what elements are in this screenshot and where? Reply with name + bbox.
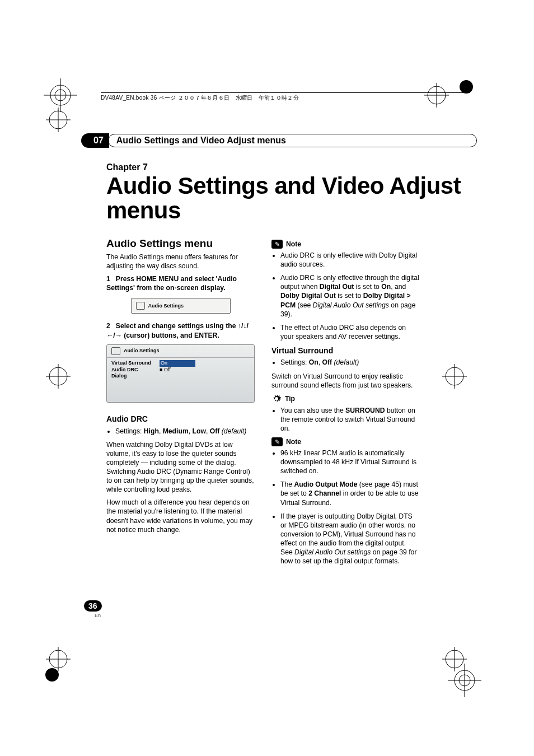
page-number: 36 [84, 600, 102, 612]
left-column: Audio Settings menu The Audio Settings m… [106, 236, 255, 570]
svg-point-23 [45, 668, 59, 682]
ui-menu-item-audio-settings: Audio Settings [131, 298, 231, 314]
section-title: Audio Settings and Video Adjust menus [108, 134, 477, 147]
note-heading: ✎ Note [271, 437, 420, 446]
chapter-label: Chapter 7 [106, 162, 534, 172]
print-mark-icon [44, 78, 77, 112]
heading-audio-settings-menu: Audio Settings menu [106, 236, 255, 250]
speaker-icon [136, 302, 145, 310]
step-1: 1Press HOME MENU and select 'Audio Setti… [106, 274, 255, 292]
step-text: Select and change settings using the ↑/↓… [106, 322, 249, 339]
intro-paragraph: The Audio Settings menu offers features … [106, 253, 255, 270]
step-number: 2 [106, 322, 110, 330]
pencil-icon: ✎ [271, 240, 283, 249]
table-row: Dialog [111, 373, 250, 380]
setting-name: Virtual Surround [111, 360, 160, 367]
list-item: The Audio Output Mode (see page 45) must… [280, 480, 420, 507]
body-paragraph: How much of a difference you hear depend… [106, 498, 255, 534]
crosshair-icon [46, 364, 71, 389]
list-item: You can also use the SURROUND button on … [280, 406, 420, 433]
note-heading: ✎ Note [271, 240, 420, 249]
list-item: If the player is outputting Dolby Digita… [280, 512, 420, 566]
heading-audio-drc: Audio DRC [106, 414, 255, 424]
ui-label: Audio Settings [148, 303, 184, 310]
tip-label: Tip [285, 394, 295, 403]
gear-icon [271, 394, 282, 404]
crosshair-icon [442, 364, 467, 389]
speaker-icon [111, 347, 120, 355]
pencil-icon: ✎ [271, 437, 283, 446]
list-item: The effect of Audio DRC also depends on … [280, 323, 420, 341]
step-text: Press HOME MENU and select 'Audio Settin… [106, 275, 237, 292]
setting-name: Audio DRC [111, 367, 160, 374]
settings-line: Settings: High, Medium, Low, Off (defaul… [115, 427, 255, 436]
page-title: Audio Settings and Video Adjust menus [106, 174, 534, 223]
settings-line: Settings: On, Off (default) [280, 358, 420, 367]
setting-name: Dialog [111, 373, 160, 380]
list-item: Audio DRC is only effective through the … [280, 273, 420, 318]
print-mark-icon [44, 666, 60, 683]
note-label: Note [286, 437, 301, 446]
tip-heading: Tip [271, 394, 420, 404]
page-footer: 36 En [84, 600, 101, 618]
list-item: Audio DRC is only effective with Dolby D… [280, 251, 420, 269]
ui-settings-panel: Audio Settings Virtual Surround On Audio… [106, 344, 255, 403]
list-item: 96 kHz linear PCM audio is automatically… [280, 449, 420, 475]
body-paragraph: Switch on Virtual Surround to enjoy real… [271, 372, 420, 390]
table-row: Audio DRC ■ Off [111, 367, 250, 374]
setting-value [160, 373, 193, 380]
crosshair-icon [46, 108, 71, 132]
panel-title: Audio Settings [124, 348, 160, 354]
source-file-header: DV48AV_EN.book 36 ページ ２００７年６月６日 水曜日 午前１０… [101, 92, 470, 102]
right-column: ✎ Note Audio DRC is only effective with … [271, 236, 420, 570]
print-mark-icon [448, 664, 481, 697]
heading-virtual-surround: Virtual Surround [271, 346, 420, 356]
table-row: Virtual Surround On [111, 360, 250, 367]
setting-value: On [160, 360, 195, 367]
svg-point-4 [460, 80, 473, 94]
chapter-number-badge: 07 [81, 133, 109, 148]
step-number: 1 [106, 275, 110, 283]
language-code: En [84, 613, 101, 618]
step-2: 2Select and change settings using the ↑/… [106, 321, 255, 339]
note-label: Note [286, 240, 301, 249]
setting-value: ■ Off [160, 367, 193, 374]
body-paragraph: When watching Dolby Digital DVDs at low … [106, 440, 255, 494]
